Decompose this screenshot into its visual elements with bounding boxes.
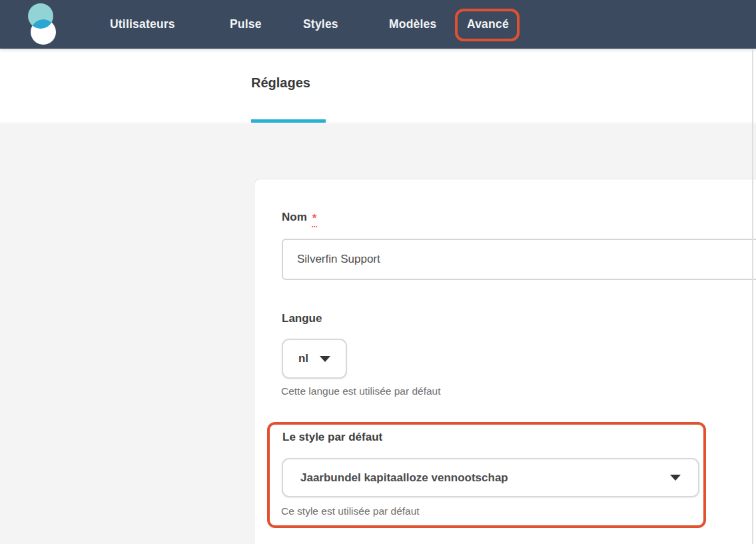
name-input-value: Silverfin Support: [297, 253, 380, 266]
name-label-text: Nom: [282, 211, 307, 223]
language-helper-text: Cette langue est utilisée par défaut: [281, 385, 441, 397]
page-header: Réglages: [0, 49, 756, 123]
viewport-right-edge-line: [752, 49, 753, 544]
default-style-field-label: Le style par défaut: [282, 431, 382, 444]
silverfin-logo[interactable]: [25, 3, 59, 48]
active-tab-underline: [251, 119, 326, 123]
nav-item-utilisateurs[interactable]: Utilisateurs: [110, 0, 175, 49]
default-style-helper-text: Ce style est utilisée par défaut: [281, 505, 420, 517]
settings-card: Nom* Silverfin Support Langue nl Cette l…: [254, 179, 756, 544]
nav-item-styles[interactable]: Styles: [303, 0, 338, 49]
silverfin-s-icon: [25, 3, 59, 45]
required-asterisk: *: [312, 213, 318, 227]
caret-down-icon: [320, 356, 330, 362]
nav-item-modeles[interactable]: Modèles: [389, 0, 436, 49]
top-navbar: Utilisateurs Pulse Styles Modèles Avancé: [0, 0, 756, 49]
language-select[interactable]: nl: [282, 339, 347, 379]
language-field-label: Langue: [282, 312, 322, 325]
caret-down-icon: [670, 475, 681, 481]
name-field-label: Nom*: [282, 211, 317, 226]
nav-item-avance[interactable]: Avancé: [467, 0, 509, 49]
language-select-value: nl: [298, 352, 308, 365]
name-input[interactable]: Silverfin Support: [282, 239, 756, 280]
tab-reglages[interactable]: Réglages: [251, 75, 310, 91]
default-style-select[interactable]: Jaarbundel kapitaalloze vennootschap: [282, 458, 699, 497]
default-style-select-value: Jaarbundel kapitaalloze vennootschap: [300, 471, 508, 485]
nav-item-pulse[interactable]: Pulse: [230, 0, 262, 49]
